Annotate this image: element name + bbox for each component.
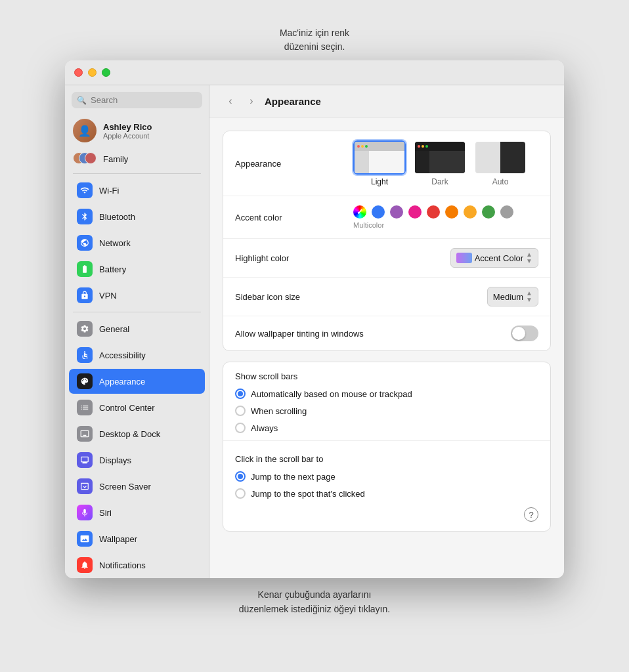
control-center-icon	[77, 400, 93, 415]
appearance-preview-dark	[414, 140, 466, 175]
appearance-options: Light	[353, 140, 527, 186]
settings-window: 🔍 👤 Ashley Rico Apple Account Family	[65, 60, 564, 578]
wallpaper-tinting-row: Allow wallpaper tinting in windows	[223, 316, 550, 350]
appearance-label-dark: Dark	[431, 177, 448, 186]
swatch-yellow[interactable]	[464, 205, 477, 219]
sidebar-item-accessibility[interactable]: Accessibility	[69, 343, 205, 368]
sidebar-label-general: General	[99, 324, 129, 334]
appearance-option-auto[interactable]: Auto	[474, 140, 527, 186]
appearance-preview-light	[353, 140, 406, 175]
sidebar-icon-size-select[interactable]: Medium ▲ ▼	[487, 287, 538, 306]
scroll-bars-label: Show scroll bars	[223, 362, 550, 385]
wallpaper-tinting-toggle[interactable]	[511, 326, 538, 341]
appearance-option-light[interactable]: Light	[353, 140, 406, 186]
user-section[interactable]: 👤 Ashley Rico Apple Account	[65, 114, 209, 148]
back-button[interactable]: ‹	[223, 93, 238, 109]
swatch-green[interactable]	[482, 205, 495, 219]
main-header: ‹ › Appearance	[209, 85, 564, 117]
click-next-page-radio[interactable]	[235, 471, 246, 482]
search-icon: 🔍	[77, 96, 87, 105]
sidebar-item-wallpaper[interactable]: Wallpaper	[69, 526, 205, 551]
highlight-color-row: Highlight color Accent Color ▲ ▼	[223, 239, 550, 278]
sidebar-label-battery: Battery	[99, 264, 126, 274]
swatch-pink[interactable]	[408, 205, 422, 219]
sidebar-label-notifications: Notifications	[99, 560, 146, 570]
family-row[interactable]: Family	[65, 148, 209, 170]
sidebar-item-bluetooth[interactable]: Bluetooth	[69, 204, 205, 229]
highlight-color-label: Highlight color	[235, 253, 353, 263]
swatch-blue[interactable]	[372, 205, 385, 219]
sidebar-item-control-center[interactable]: Control Center	[69, 395, 205, 420]
screen-saver-icon	[77, 478, 93, 494]
scroll-bars-section: Show scroll bars Automatically based on …	[223, 362, 551, 532]
scroll-bar-scrolling-row: When scrolling	[223, 402, 550, 419]
swatch-orange[interactable]	[445, 205, 458, 219]
sidebar-item-siri[interactable]: Siri	[69, 500, 205, 525]
scroll-bar-always-row: Always	[223, 419, 550, 436]
scroll-bar-scrolling-radio[interactable]	[235, 406, 246, 416]
search-bar[interactable]: 🔍	[72, 92, 202, 108]
battery-icon	[77, 261, 93, 277]
sidebar-item-notifications[interactable]: Notifications	[69, 553, 205, 578]
general-icon	[77, 321, 93, 337]
wallpaper-tinting-label: Allow wallpaper tinting in windows	[235, 329, 511, 339]
sidebar-label-wifi: Wi-Fi	[99, 186, 119, 196]
search-input[interactable]	[91, 95, 197, 105]
accessibility-icon	[77, 347, 93, 363]
sidebar-label-screen-saver: Screen Saver	[99, 482, 151, 492]
scroll-divider	[223, 440, 550, 441]
scroll-bar-always-radio[interactable]	[235, 423, 246, 433]
sidebar-item-wifi[interactable]: Wi-Fi	[69, 178, 205, 203]
swatch-graphite[interactable]	[500, 205, 513, 219]
color-swatches	[353, 205, 513, 219]
wallpaper-icon	[77, 531, 93, 547]
sidebar-divider-1	[73, 173, 201, 174]
click-next-page-row: Jump to the next page	[223, 468, 550, 485]
traffic-lights	[65, 68, 110, 77]
swatch-red[interactable]	[427, 205, 440, 219]
click-scroll-label: Click in the scroll bar to	[223, 445, 550, 468]
appearance-icon	[77, 373, 93, 389]
sidebar-item-battery[interactable]: Battery	[69, 257, 205, 282]
highlight-color-select[interactable]: Accent Color ▲ ▼	[450, 248, 538, 268]
vpn-icon	[77, 287, 93, 303]
scroll-bar-scrolling-label: When scrolling	[251, 406, 307, 416]
sidebar-label-network: Network	[99, 238, 131, 248]
forward-button[interactable]: ›	[244, 93, 259, 109]
sidebar-label-bluetooth: Bluetooth	[99, 212, 135, 222]
sidebar-label-appearance: Appearance	[99, 377, 145, 387]
sidebar-icon-size-value: Medium	[493, 292, 523, 302]
sidebar-item-appearance[interactable]: Appearance	[69, 369, 205, 394]
click-spot-radio[interactable]	[235, 488, 246, 499]
scroll-bar-auto-radio[interactable]	[235, 388, 246, 399]
sidebar-item-vpn[interactable]: VPN	[69, 283, 205, 308]
swatch-multicolor[interactable]	[353, 205, 366, 219]
close-button[interactable]	[74, 68, 83, 77]
scroll-bar-auto-row: Automatically based on mouse or trackpad	[223, 385, 550, 402]
swatch-purple[interactable]	[390, 205, 403, 219]
appearance-option-dark[interactable]: Dark	[414, 140, 466, 186]
sidebar-item-general[interactable]: General	[69, 316, 205, 341]
sidebar-item-network[interactable]: Network	[69, 230, 205, 255]
toggle-knob	[512, 327, 525, 340]
svg-point-0	[84, 351, 85, 352]
maximize-button[interactable]	[102, 68, 110, 77]
accent-colors: Multicolor	[353, 205, 513, 229]
click-spot-row: Jump to the spot that's clicked	[223, 485, 550, 502]
family-avatar-3	[85, 152, 97, 164]
sidebar-label-displays: Displays	[99, 455, 131, 465]
minimize-button[interactable]	[88, 68, 97, 77]
desktop-dock-icon	[77, 426, 93, 442]
sidebar-item-displays[interactable]: Displays	[69, 448, 205, 472]
help-button[interactable]: ?	[524, 507, 538, 522]
sidebar-label-siri: Siri	[99, 508, 112, 518]
main-content: ‹ › Appearance Appearance	[209, 85, 564, 578]
bluetooth-icon	[77, 209, 93, 224]
sidebar-icon-size-row: Sidebar icon size Medium ▲ ▼	[223, 278, 550, 316]
tooltip-bottom: Kenar çubuğunda ayarlarınıdüzenlemek ist…	[239, 587, 390, 617]
sidebar-item-screen-saver[interactable]: Screen Saver	[69, 474, 205, 499]
avatar: 👤	[73, 119, 97, 142]
appearance-label: Appearance	[235, 159, 353, 169]
sidebar-item-desktop-dock[interactable]: Desktop & Dock	[69, 421, 205, 446]
appearance-label-auto: Auto	[492, 177, 509, 186]
